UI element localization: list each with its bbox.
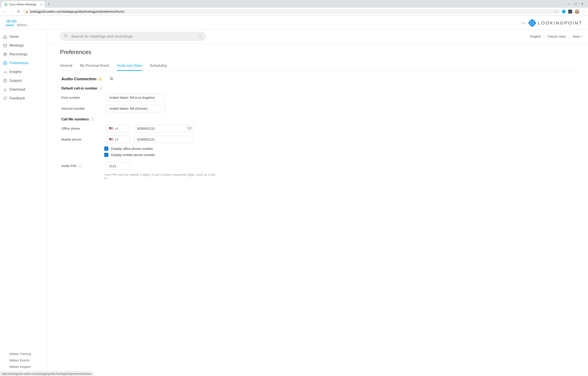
callme-heading-text: Call Me numbers <box>61 117 89 121</box>
audio-pin-label-row: Audio PIN i <box>61 164 102 168</box>
first-number-select[interactable]: United States Toll (Los Angeles) ⌄ <box>106 94 165 101</box>
tab-personal-room[interactable]: My Personal Room <box>80 62 109 71</box>
browser-tab[interactable]: Cisco Webex Meetings × <box>2 1 45 8</box>
info-icon[interactable]: i <box>99 87 103 90</box>
contact-card-icon[interactable] <box>188 127 192 130</box>
svg-point-16 <box>533 24 535 26</box>
display-office-label: Display office phone number <box>111 147 153 151</box>
calendar-icon <box>3 43 7 48</box>
extension-icon-2[interactable]: ••• <box>568 10 572 13</box>
gear-icon <box>3 61 7 65</box>
record-icon <box>3 52 7 56</box>
tab-title: Cisco Webex Meetings <box>9 3 36 6</box>
subhead-text: Default call-in number <box>61 86 97 90</box>
svg-text:Webex: Webex <box>17 23 27 27</box>
mobile-phone-input[interactable] <box>134 136 193 143</box>
tab-audio-video[interactable]: Audio and Video <box>117 62 142 71</box>
svg-point-18 <box>529 20 532 22</box>
tab-general[interactable]: General <box>60 62 72 71</box>
display-mobile-label: Display mobile phone number <box>111 153 155 157</box>
sidebar-item-feedback[interactable]: Feedback <box>0 94 47 103</box>
second-number-label: Second number <box>61 107 102 110</box>
first-number-label: First number <box>61 96 102 100</box>
audio-pin-label: Audio PIN <box>61 164 76 168</box>
svg-point-19 <box>531 22 533 24</box>
address-bar[interactable]: 🔒 lookingpoint.webex.com/webappng/sites/… <box>23 9 560 14</box>
extension-icon[interactable] <box>562 10 566 13</box>
info-icon[interactable]: i <box>91 118 94 121</box>
download-icon <box>3 87 7 92</box>
sidebar-item-support[interactable]: Support <box>0 76 47 85</box>
browser-back-button[interactable]: ← <box>2 9 7 14</box>
language-link[interactable]: English <box>530 34 541 38</box>
sidebar-link-events[interactable]: Webex Events <box>10 357 47 364</box>
for-label: For <box>522 21 526 25</box>
star-icon[interactable]: ☆ <box>555 10 557 13</box>
svg-point-30 <box>64 34 67 37</box>
window-close-icon[interactable]: ✕ <box>581 2 583 5</box>
audio-pin-help-text: Your PIN must be exactly 4 digits. It ca… <box>104 173 216 180</box>
office-phone-input[interactable] <box>134 125 193 132</box>
svg-rect-32 <box>188 127 192 129</box>
chevron-down-icon: ⌄ <box>126 138 127 140</box>
app-header: cisco Webex For LOOKINGPOINT <box>0 16 588 30</box>
sidebar-item-meetings[interactable]: Meetings <box>0 41 47 50</box>
sidebar-label-home: Home <box>10 34 19 39</box>
browser-reload-button[interactable]: ⟳ <box>16 9 21 14</box>
status-bar-url: https://lookingpoint.webex.com/webappng/… <box>0 372 94 373</box>
tabs: General My Personal Room Audio and Video… <box>60 62 575 71</box>
new-tab-button[interactable]: + <box>46 1 52 7</box>
svg-text:cisco: cisco <box>6 23 14 27</box>
chat-icon <box>3 96 7 100</box>
chevron-down-icon: ⌄ <box>126 127 127 130</box>
mobile-country-code-select[interactable]: +1 ⌄ <box>106 136 130 143</box>
info-icon[interactable]: i <box>79 165 82 168</box>
office-cc-value: +1 <box>115 127 118 130</box>
search-input[interactable]: Search for meetings and recordings i <box>60 32 206 41</box>
search-info-icon[interactable]: i <box>199 34 202 39</box>
display-office-checkbox-row[interactable]: ✓ Display office phone number <box>104 147 575 151</box>
user-menu[interactable]: Sean ▾ <box>573 34 582 38</box>
office-phone-label: Office phone <box>61 127 102 130</box>
sidebar-item-insights[interactable]: Insights <box>0 67 47 76</box>
svg-point-33 <box>189 128 189 128</box>
classic-view-link[interactable]: Classic View <box>547 34 566 38</box>
sidebar-item-home[interactable]: Home <box>0 32 47 41</box>
sidebar-link-training[interactable]: Webex Training <box>10 351 47 357</box>
second-number-select[interactable]: United States Toll (Denver) ⌄ <box>106 105 165 112</box>
second-number-value: United States Toll (Denver) <box>109 107 147 110</box>
sidebar-label-meetings: Meetings <box>10 43 24 47</box>
sidebar-label-recordings: Recordings <box>10 52 27 56</box>
svg-line-31 <box>66 36 67 37</box>
browser-menu-icon[interactable]: ⋮ <box>582 9 586 14</box>
separator: | <box>544 34 545 38</box>
audio-connection-heading: Audio Connection ⚠ <box>61 76 575 81</box>
tab-scheduling[interactable]: Scheduling <box>150 62 167 71</box>
display-mobile-checkbox-row[interactable]: ✓ Display mobile phone number <box>104 153 575 157</box>
window-maximize-icon[interactable]: ▢ <box>575 2 577 5</box>
webex-favicon <box>4 3 7 6</box>
help-icon <box>3 79 7 83</box>
display-mobile-checkbox[interactable]: ✓ <box>104 153 108 157</box>
browser-forward-button[interactable]: → <box>9 9 14 14</box>
browser-chrome: Cisco Webex Meetings × + — ▢ ✕ ← → ⟳ 🔒 l… <box>0 0 588 16</box>
office-country-code-select[interactable]: +1 ⌄ <box>106 125 130 132</box>
cisco-webex-logo[interactable]: cisco Webex <box>6 19 31 27</box>
sidebar-item-recordings[interactable]: Recordings <box>0 50 47 59</box>
window-controls: — ▢ ✕ <box>568 0 586 8</box>
window-minimize-icon[interactable]: — <box>568 2 570 5</box>
mobile-phone-label: Mobile phone <box>61 138 102 141</box>
partner-logo[interactable]: LOOKINGPOINT <box>528 19 582 27</box>
sidebar-item-preferences[interactable]: Preferences <box>0 59 47 67</box>
tab-close-icon[interactable]: × <box>40 3 42 6</box>
sidebar-link-support[interactable]: Webex Support <box>10 364 47 370</box>
sidebar-item-download[interactable]: Download <box>0 85 47 94</box>
home-icon <box>3 34 7 39</box>
sidebar-label-preferences: Preferences <box>10 61 29 65</box>
us-flag-icon <box>109 127 113 130</box>
chevron-down-icon: ⌄ <box>161 107 163 110</box>
display-office-checkbox[interactable]: ✓ <box>104 147 108 151</box>
sidebar-label-download: Download <box>10 87 25 91</box>
audio-pin-input[interactable] <box>106 162 130 170</box>
profile-avatar[interactable] <box>575 9 579 14</box>
